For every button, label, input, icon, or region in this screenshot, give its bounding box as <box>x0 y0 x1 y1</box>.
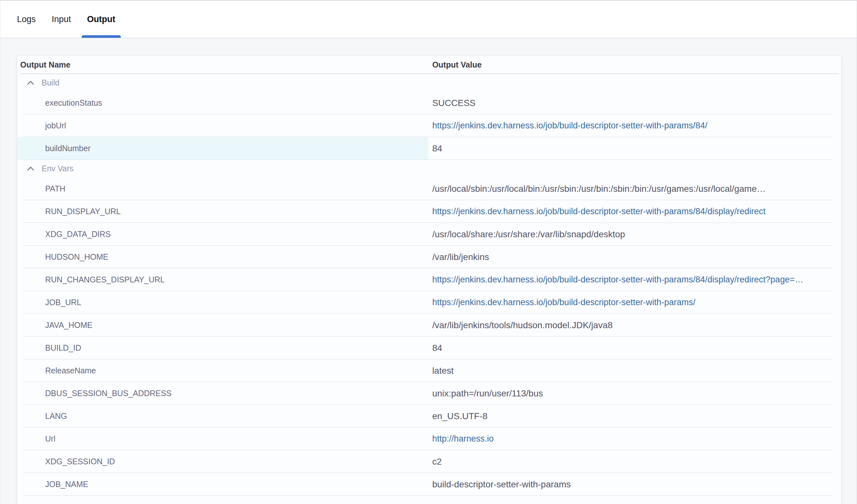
output-name-text: buildNumber <box>45 144 91 153</box>
output-name-text: LANG <box>45 411 67 421</box>
output-name-cell: JOB_URL <box>17 291 428 314</box>
output-name-text: JOB_URL <box>45 298 81 307</box>
output-name-cell: buildNumber <box>17 137 428 160</box>
table-body: Build executionStatus SUCCESS jobUrl htt… <box>17 74 841 496</box>
output-value-text: 84 <box>432 144 442 154</box>
table-row-BUILD_ID[interactable]: BUILD_ID 84 <box>17 337 841 359</box>
group-label: Build <box>41 78 60 87</box>
output-value-text: c2 <box>432 457 442 467</box>
output-name-cell: executionStatus <box>17 91 428 114</box>
tab-logs[interactable]: Logs <box>12 1 41 38</box>
output-value-text: unix:path=/run/user/113/bus <box>432 388 543 399</box>
output-value-link[interactable]: https://jenkins.dev.harness.io/job/build… <box>432 298 695 307</box>
output-name-text: jobUrl <box>45 121 66 130</box>
output-value-text: /var/lib/jenkins <box>432 252 489 262</box>
output-name-cell: RUN_CHANGES_DISPLAY_URL <box>17 268 428 291</box>
output-value-cell: /usr/local/sbin:/usr/local/bin:/usr/sbin… <box>428 178 841 200</box>
output-value-cell: https://jenkins.dev.harness.io/job/build… <box>428 268 841 291</box>
column-header-output-value: Output Value <box>428 60 841 69</box>
table-row-HUDSON_HOME[interactable]: HUDSON_HOME /var/lib/jenkins <box>17 246 841 268</box>
table-row-RUN_DISPLAY_URL[interactable]: RUN_DISPLAY_URL https://jenkins.dev.harn… <box>17 200 841 223</box>
output-name-cell: jobUrl <box>17 114 428 137</box>
tab-label: Output <box>87 14 115 24</box>
table-row-DBUS_SESSION_BUS_ADDRESS[interactable]: DBUS_SESSION_BUS_ADDRESS unix:path=/run/… <box>17 382 841 405</box>
output-value-cell: /usr/local/share:/usr/share:/var/lib/sna… <box>428 223 841 246</box>
output-value-link[interactable]: http://harness.io <box>432 434 494 444</box>
output-value-link[interactable]: https://jenkins.dev.harness.io/job/build… <box>432 275 804 285</box>
output-value-cell: unix:path=/run/user/113/bus <box>428 382 841 405</box>
group-label: Env Vars <box>41 164 74 173</box>
output-name-text: PATH <box>45 184 65 194</box>
output-value-text: en_US.UTF-8 <box>432 411 488 421</box>
table-row-buildNumber[interactable]: buildNumber 84 <box>17 137 841 160</box>
table-row-LANG[interactable]: LANG en_US.UTF-8 <box>17 405 841 427</box>
group-row-build[interactable]: Build <box>17 74 841 91</box>
output-name-text: XDG_DATA_DIRS <box>45 230 111 239</box>
output-name-cell: DBUS_SESSION_BUS_ADDRESS <box>17 382 428 405</box>
table-row-XDG_DATA_DIRS[interactable]: XDG_DATA_DIRS /usr/local/share:/usr/shar… <box>17 223 841 246</box>
output-name-text: XDG_SESSION_ID <box>45 457 115 466</box>
output-name-cell: BUILD_ID <box>17 337 428 359</box>
output-value-text: build-descriptor-setter-with-params <box>432 480 571 490</box>
output-value-text: /var/lib/jenkins/tools/hudson.model.JDK/… <box>432 320 612 331</box>
chevron-up-icon[interactable] <box>27 166 34 171</box>
output-value-text: latest <box>432 366 454 376</box>
table-row-JAVA_HOME[interactable]: JAVA_HOME /var/lib/jenkins/tools/hudson.… <box>17 314 841 337</box>
table-row-jobUrl[interactable]: jobUrl https://jenkins.dev.harness.io/jo… <box>17 114 841 137</box>
output-value-text: /usr/local/sbin:/usr/local/bin:/usr/sbin… <box>432 184 766 194</box>
output-value-text: SUCCESS <box>432 98 475 108</box>
table-header-row: Output Name Output Value <box>17 56 841 74</box>
output-table-card: Output Name Output Value Build execution… <box>17 56 841 504</box>
output-value-cell: 84 <box>428 337 841 359</box>
tab-input[interactable]: Input <box>47 1 77 38</box>
output-name-cell: HUDSON_HOME <box>17 246 428 268</box>
output-value-link[interactable]: https://jenkins.dev.harness.io/job/build… <box>432 206 766 216</box>
table-row-XDG_SESSION_ID[interactable]: XDG_SESSION_ID c2 <box>17 450 841 473</box>
output-name-text: JAVA_HOME <box>45 320 93 330</box>
output-value-cell: https://jenkins.dev.harness.io/job/build… <box>428 200 841 223</box>
output-value-text: /usr/local/share:/usr/share:/var/lib/sna… <box>432 229 625 239</box>
output-value-link[interactable]: https://jenkins.dev.harness.io/job/build… <box>432 121 707 131</box>
table-row-RUN_CHANGES_DISPLAY_URL[interactable]: RUN_CHANGES_DISPLAY_URL https://jenkins.… <box>17 268 841 291</box>
output-name-text: Url <box>45 434 55 443</box>
output-value-cell: en_US.UTF-8 <box>428 405 841 427</box>
output-name-text: JOB_NAME <box>45 480 88 489</box>
tab-label: Logs <box>17 14 36 24</box>
output-value-cell: build-descriptor-setter-with-params <box>428 473 841 496</box>
output-value-cell: /var/lib/jenkins/tools/hudson.model.JDK/… <box>428 314 841 337</box>
output-name-text: executionStatus <box>45 98 102 107</box>
chevron-up-icon[interactable] <box>27 80 34 85</box>
output-name-cell: XDG_SESSION_ID <box>17 450 428 473</box>
output-name-cell: ReleaseName <box>17 359 428 382</box>
table-row-Url[interactable]: Url http://harness.io <box>17 427 841 450</box>
output-value-header-label: Output Value <box>432 60 482 69</box>
output-name-text: HUDSON_HOME <box>45 252 108 262</box>
output-name-cell: LANG <box>17 405 428 427</box>
column-header-output-name: Output Name <box>17 60 428 69</box>
output-value-cell: 84 <box>428 137 841 160</box>
output-value-cell: c2 <box>428 450 841 473</box>
output-name-text: ReleaseName <box>45 366 96 375</box>
output-name-text: BUILD_ID <box>45 343 81 353</box>
output-value-cell: latest <box>428 359 841 382</box>
tab-output[interactable]: Output <box>82 1 121 38</box>
output-name-cell: JOB_NAME <box>17 473 428 496</box>
table-row-ReleaseName[interactable]: ReleaseName latest <box>17 359 841 382</box>
tab-bar: Logs Input Output <box>0 1 857 38</box>
output-value-cell: /var/lib/jenkins <box>428 246 841 268</box>
table-row-PATH[interactable]: PATH /usr/local/sbin:/usr/local/bin:/usr… <box>17 178 841 200</box>
output-value-cell: http://harness.io <box>428 427 841 450</box>
group-row-env-vars[interactable]: Env Vars <box>17 160 841 178</box>
output-name-text: RUN_CHANGES_DISPLAY_URL <box>45 275 165 284</box>
output-value-text: 84 <box>432 343 442 353</box>
tab-label: Input <box>52 14 71 24</box>
table-row-executionStatus[interactable]: executionStatus SUCCESS <box>17 91 841 114</box>
output-name-text: DBUS_SESSION_BUS_ADDRESS <box>45 389 172 398</box>
output-name-cell: PATH <box>17 178 428 200</box>
output-name-cell: XDG_DATA_DIRS <box>17 223 428 246</box>
output-value-cell: https://jenkins.dev.harness.io/job/build… <box>428 114 841 137</box>
table-row-JOB_NAME[interactable]: JOB_NAME build-descriptor-setter-with-pa… <box>17 473 841 496</box>
table-row-JOB_URL[interactable]: JOB_URL https://jenkins.dev.harness.io/j… <box>17 291 841 314</box>
output-panel: Logs Input Output Output Name Output Val… <box>0 0 857 504</box>
output-value-cell: https://jenkins.dev.harness.io/job/build… <box>428 291 841 314</box>
